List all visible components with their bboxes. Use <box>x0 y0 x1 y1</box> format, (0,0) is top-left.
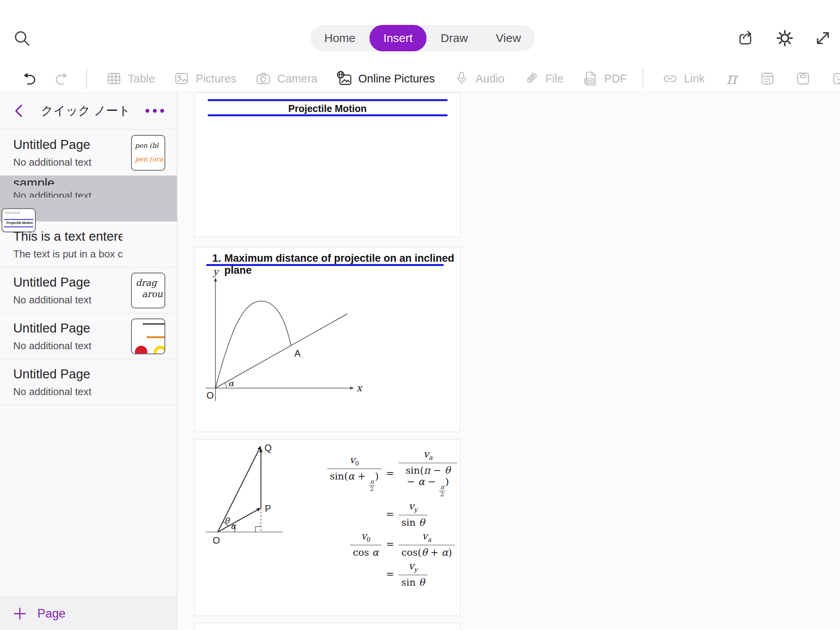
insert-audio-label: Audio <box>476 72 504 85</box>
topbar-right-actions <box>737 28 833 48</box>
diagram-p-label: P <box>265 503 271 514</box>
insert-pdf-button[interactable]: PDF PDF <box>581 70 627 88</box>
link-icon <box>661 70 679 88</box>
undo-icon <box>20 70 38 88</box>
insert-online-pictures-label: Online Pictures <box>358 72 435 85</box>
tab-view[interactable]: View <box>482 25 535 51</box>
insert-pdf-label: PDF <box>604 72 627 85</box>
graph-y-label: y <box>213 269 220 277</box>
add-page-button[interactable]: Page <box>13 607 65 621</box>
diagram-theta-label: θ <box>224 516 230 525</box>
page-list-item-selected[interactable]: sample No additional text 2021/05/29 Pro… <box>0 176 177 222</box>
table-icon <box>105 70 123 88</box>
sticker-icon <box>830 70 840 88</box>
ellipsis-icon <box>145 109 149 113</box>
scribble-thumbnail-art <box>132 319 164 354</box>
search-icon <box>12 28 32 48</box>
tab-insert[interactable]: Insert <box>369 25 427 51</box>
back-button[interactable] <box>11 102 28 119</box>
insert-table-button[interactable]: Table <box>105 70 155 88</box>
page-list-item[interactable]: Untitled Page No additional text drag ar… <box>0 268 177 313</box>
page-sidebar: クイック ノート Untitled Page No additional tex… <box>0 92 177 630</box>
pi-math-icon: π <box>726 70 737 87</box>
diagram-alpha-label: α <box>231 522 237 531</box>
add-page-label: Page <box>37 607 65 621</box>
page-title: Untitled Page <box>13 367 122 382</box>
graph-origin-label: O <box>206 390 214 401</box>
share-icon <box>737 28 757 48</box>
page-thumbnail <box>131 318 165 354</box>
page-list-item[interactable]: Untitled Page No additional text <box>0 359 177 405</box>
insert-stickers-button[interactable] <box>830 70 840 88</box>
page-list: Untitled Page No additional text pen (bl… <box>0 130 177 597</box>
more-options-button[interactable] <box>144 102 166 119</box>
note-canvas[interactable]: Projectile Motion 1. Maximum distance of… <box>178 92 840 630</box>
page-thumbnail: pen (bl pen (ora <box>131 135 165 171</box>
diagram-o-label: O <box>213 535 220 546</box>
page-list-item[interactable]: Untitled Page No additional text <box>0 313 177 359</box>
note-block-partial[interactable] <box>194 623 460 630</box>
insert-file-button[interactable]: File <box>522 70 564 88</box>
redo-icon <box>53 70 71 88</box>
tab-draw[interactable]: Draw <box>427 25 482 51</box>
insert-pictures-button[interactable]: Pictures <box>173 70 236 88</box>
paperclip-icon <box>522 70 540 88</box>
undo-button[interactable] <box>20 70 38 88</box>
page-title: Untitled Page <box>13 321 122 336</box>
settings-button[interactable] <box>775 28 795 48</box>
page-title: sample <box>13 176 122 186</box>
page-title: Untitled Page <box>13 137 122 152</box>
insert-link-label: Link <box>684 72 705 85</box>
page-list-item[interactable]: This is a text entered in... The text is… <box>0 222 177 268</box>
page-list-item[interactable]: Untitled Page No additional text pen (bl… <box>0 130 177 176</box>
microphone-icon <box>453 70 471 88</box>
insert-space-button[interactable] <box>794 70 812 88</box>
equation-row: = vysin θ <box>323 500 457 528</box>
insert-file-label: File <box>545 72 564 85</box>
ribbon-divider <box>86 68 87 89</box>
redo-button[interactable] <box>53 70 71 88</box>
doc-title: Projectile Motion <box>195 103 460 114</box>
tab-home[interactable]: Home <box>310 25 369 51</box>
chevron-left-icon <box>11 102 28 119</box>
page-subtitle: No additional text <box>13 190 122 198</box>
page-subtitle: No additional text <box>13 386 122 398</box>
note-block-equations[interactable]: Q P O θ α v0sin(α + π2) = vasin(π − θ − … <box>194 439 460 616</box>
diagram-q-label: Q <box>264 443 272 453</box>
pdf-icon: PDF <box>581 70 599 88</box>
online-pictures-icon <box>335 70 353 88</box>
pictures-icon <box>173 70 191 88</box>
graph-x-label: x <box>357 383 363 394</box>
page-title: Untitled Page <box>13 275 122 290</box>
insert-camera-button[interactable]: Camera <box>254 70 317 88</box>
svg-text:PDF: PDF <box>586 79 592 83</box>
note-block-title[interactable]: Projectile Motion <box>194 93 460 237</box>
insert-pictures-label: Pictures <box>196 72 236 85</box>
fullscreen-button[interactable] <box>813 28 833 48</box>
date-icon <box>758 70 776 88</box>
page-subtitle: No additional text <box>13 156 122 168</box>
page-subtitle: No additional text <box>13 340 122 352</box>
sidebar-header: クイック ノート <box>0 92 177 130</box>
page-title: This is a text entered in... <box>13 229 122 244</box>
insert-math-button[interactable]: π <box>723 70 740 88</box>
graph-point-a-label: A <box>294 348 301 359</box>
search-button[interactable] <box>12 28 32 48</box>
insert-online-pictures-button[interactable]: Online Pictures <box>335 70 435 88</box>
blue-rule <box>208 99 448 101</box>
insert-date-button[interactable] <box>758 70 776 88</box>
equation-row: v0sin(α + π2) = vasin(π − θ − α − π2) <box>323 448 457 498</box>
blue-underline <box>206 264 444 266</box>
top-bar: Home Insert Draw View <box>0 0 840 65</box>
note-block-graph[interactable]: 1. Maximum distance of projectile on an … <box>194 247 460 432</box>
camera-icon <box>254 70 272 88</box>
page-thumbnail: drag arou <box>131 273 165 308</box>
page-subtitle: The text is put in a box called... <box>13 248 122 260</box>
onenote-app: { "app": {"accent":"#8A1DC9","sidebar_ac… <box>0 0 840 630</box>
equation-row: = vysin θ <box>323 560 457 588</box>
insert-space-icon <box>794 70 812 88</box>
velocity-diagram: Q P O θ α <box>197 440 314 557</box>
share-button[interactable] <box>737 28 757 48</box>
insert-audio-button[interactable]: Audio <box>453 70 504 88</box>
insert-link-button[interactable]: Link <box>661 70 705 88</box>
